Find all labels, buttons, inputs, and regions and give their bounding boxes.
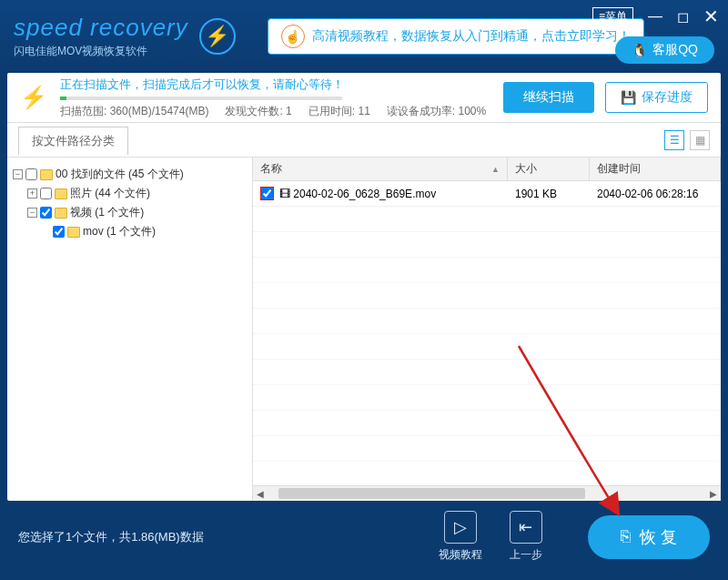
expand-icon[interactable]: + bbox=[27, 188, 37, 198]
column-name[interactable]: 名称▲ bbox=[253, 158, 508, 180]
folder-icon bbox=[55, 188, 67, 199]
save-progress-button[interactable]: 💾 保存进度 bbox=[605, 82, 708, 113]
title-bar: speed recovery 闪电佳能MOV视频恢复软件 ⚡ ☝ 高清视频教程，… bbox=[0, 0, 728, 73]
file-list-body[interactable]: 🎞 2040-02-06_0628_B69E.mov 1901 KB 2040-… bbox=[253, 181, 721, 485]
tree-videos[interactable]: − 视频 (1 个文件) bbox=[13, 203, 247, 222]
save-icon: 💾 bbox=[621, 90, 636, 105]
play-icon: ▷ bbox=[444, 511, 477, 544]
movie-icon: 🎞 bbox=[279, 188, 290, 200]
scroll-thumb[interactable] bbox=[278, 488, 585, 499]
back-icon: ⇤ bbox=[510, 511, 542, 544]
main-panel: ⚡ 正在扫描文件，扫描完成后才可以恢复，请耐心等待！ 扫描范围: 360(MB)… bbox=[7, 73, 721, 501]
collapse-icon[interactable]: − bbox=[27, 208, 37, 218]
folder-icon bbox=[67, 227, 80, 238]
back-button[interactable]: ⇤ 上一步 bbox=[510, 511, 542, 563]
content-split: − 00 找到的文件 (45 个文件) + 照片 (44 个文件) − 视频 (… bbox=[7, 158, 721, 501]
column-size[interactable]: 大小 bbox=[508, 158, 590, 180]
scroll-right-icon[interactable]: ▶ bbox=[706, 489, 721, 499]
scan-status-text: 正在扫描文件，扫描完成后才可以恢复，请耐心等待！ bbox=[60, 76, 503, 93]
tree-checkbox[interactable] bbox=[53, 226, 65, 238]
folder-tree[interactable]: − 00 找到的文件 (45 个文件) + 照片 (44 个文件) − 视频 (… bbox=[7, 158, 253, 501]
qq-support-button[interactable]: 🐧 客服QQ bbox=[615, 36, 714, 64]
sort-asc-icon: ▲ bbox=[491, 165, 500, 174]
scan-activity-icon: ⚡ bbox=[20, 85, 47, 110]
bottom-bar: 您选择了1个文件，共1.86(MB)数据 ▷ 视频教程 ⇤ 上一步 ⎘ 恢 复 bbox=[0, 501, 728, 573]
file-checkbox-highlight[interactable] bbox=[260, 187, 274, 200]
lightning-icon: ⚡ bbox=[199, 18, 236, 55]
minimize-icon[interactable]: ― bbox=[648, 8, 662, 25]
promo-banner[interactable]: ☝ 高清视频教程，数据恢复从入门到精通，点击立即学习！ bbox=[268, 18, 644, 55]
horizontal-scrollbar[interactable]: ◀ ▶ bbox=[253, 485, 721, 501]
window-controls: ≡菜单 ― ◻ ✕ bbox=[592, 5, 719, 27]
recover-icon: ⎘ bbox=[621, 527, 631, 546]
app-subtitle: 闪电佳能MOV视频恢复软件 bbox=[14, 44, 188, 59]
view-grid-icon[interactable]: ▦ bbox=[690, 130, 710, 150]
tree-photos[interactable]: + 照片 (44 个文件) bbox=[13, 184, 247, 203]
column-created[interactable]: 创建时间 bbox=[590, 158, 721, 180]
selection-status: 您选择了1个文件，共1.86(MB)数据 bbox=[18, 529, 204, 545]
scroll-left-icon[interactable]: ◀ bbox=[253, 489, 268, 499]
promo-text: 高清视频教程，数据恢复从入门到精通，点击立即学习！ bbox=[312, 28, 631, 45]
app-name: speed recovery bbox=[14, 14, 188, 42]
continue-scan-button[interactable]: 继续扫描 bbox=[503, 82, 594, 113]
file-checkbox[interactable] bbox=[261, 188, 273, 199]
menu-button[interactable]: ≡菜单 bbox=[592, 7, 633, 25]
tree-checkbox[interactable] bbox=[25, 168, 37, 180]
column-headers: 名称▲ 大小 创建时间 bbox=[253, 158, 721, 181]
folder-icon bbox=[40, 169, 53, 180]
recover-button[interactable]: ⎘ 恢 复 bbox=[588, 515, 710, 559]
scan-stats: 扫描范围: 360(MB)/15474(MB) 发现文件数: 1 已用时间: 1… bbox=[60, 104, 503, 119]
pointer-icon: ☝ bbox=[281, 25, 305, 48]
file-list: 名称▲ 大小 创建时间 🎞 2040-02-06_0628_B69E.mov 1… bbox=[253, 158, 721, 501]
maximize-icon[interactable]: ◻ bbox=[677, 8, 689, 25]
logo: speed recovery 闪电佳能MOV视频恢复软件 bbox=[14, 14, 188, 59]
tutorial-button[interactable]: ▷ 视频教程 bbox=[439, 511, 482, 563]
qq-icon: 🐧 bbox=[632, 43, 647, 57]
tree-checkbox[interactable] bbox=[40, 188, 52, 199]
sort-tab[interactable]: 按文件路径分类 bbox=[18, 127, 128, 155]
tree-root[interactable]: − 00 找到的文件 (45 个文件) bbox=[13, 165, 247, 184]
tree-mov[interactable]: mov (1 个文件) bbox=[13, 222, 247, 241]
view-list-icon[interactable]: ☰ bbox=[664, 130, 684, 150]
collapse-icon[interactable]: − bbox=[13, 169, 23, 179]
file-row[interactable]: 🎞 2040-02-06_0628_B69E.mov 1901 KB 2040-… bbox=[253, 181, 721, 207]
folder-icon bbox=[55, 208, 67, 219]
tree-checkbox[interactable] bbox=[40, 207, 52, 219]
scan-status-bar: ⚡ 正在扫描文件，扫描完成后才可以恢复，请耐心等待！ 扫描范围: 360(MB)… bbox=[7, 73, 721, 123]
scan-progress-bar bbox=[60, 97, 342, 100]
close-icon[interactable]: ✕ bbox=[703, 5, 719, 27]
toolbar: 按文件路径分类 ☰ ▦ bbox=[7, 123, 721, 158]
